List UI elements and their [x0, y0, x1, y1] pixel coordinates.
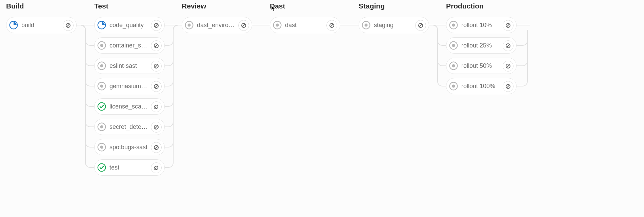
svg-line-22	[155, 126, 158, 129]
cancel-job-button[interactable]	[238, 20, 249, 31]
svg-line-39	[419, 24, 422, 27]
created-status-icon	[97, 41, 106, 50]
job-pill-test[interactable]: test	[94, 159, 165, 176]
job-pill-build[interactable]: build	[6, 17, 77, 33]
created-status-icon	[449, 21, 458, 29]
svg-point-49	[452, 64, 455, 67]
job-pill-rollout-100[interactable]: rollout 100%	[446, 78, 517, 94]
cancel-job-button[interactable]	[326, 20, 337, 31]
cancel-job-button[interactable]	[503, 40, 514, 51]
job-label: test	[109, 164, 119, 171]
cancel-icon	[329, 23, 335, 28]
svg-point-45	[452, 44, 455, 47]
cancel-job-button[interactable]	[151, 61, 162, 72]
cancel-job-button[interactable]	[151, 40, 162, 51]
job-label: license_scanning	[109, 103, 148, 110]
job-pill-dast[interactable]: dast	[270, 17, 340, 33]
cancel-icon	[505, 84, 511, 89]
svg-line-2	[67, 24, 69, 27]
job-label: rollout 25%	[461, 42, 492, 49]
svg-point-7	[100, 44, 103, 47]
svg-line-17	[155, 85, 158, 88]
created-status-icon	[362, 21, 370, 29]
svg-point-24	[100, 145, 103, 149]
svg-line-26	[155, 146, 158, 149]
cancel-job-button[interactable]	[151, 122, 162, 133]
cancel-job-button[interactable]	[151, 142, 162, 153]
cancel-icon	[154, 23, 159, 28]
job-pill-rollout-25[interactable]: rollout 25%	[446, 37, 517, 54]
stage-header-production: Production	[446, 2, 484, 10]
success-status-icon	[97, 163, 106, 172]
cancel-job-button[interactable]	[151, 20, 162, 31]
cancel-icon	[418, 23, 423, 28]
svg-point-15	[100, 84, 103, 87]
cancel-icon	[241, 23, 246, 28]
svg-point-41	[452, 23, 455, 26]
job-pill-gemnasium-maven[interactable]: gemnasium-ma...	[94, 78, 165, 94]
running-status-icon	[97, 21, 106, 29]
svg-point-33	[276, 23, 279, 26]
svg-line-35	[330, 24, 333, 27]
job-label: secret_detectio...	[109, 123, 148, 131]
job-pill-license_scanning[interactable]: license_scanning	[94, 98, 165, 115]
cancel-job-button[interactable]	[503, 61, 514, 72]
cancel-job-button[interactable]	[503, 20, 514, 31]
stage-header-staging: Staging	[359, 2, 385, 10]
job-pill-rollout-50[interactable]: rollout 50%	[446, 58, 517, 74]
job-label: eslint-sast	[109, 62, 137, 70]
svg-point-18	[98, 103, 106, 111]
job-label: spotbugs-sast	[109, 144, 147, 151]
job-label: staging	[374, 22, 394, 29]
cancel-job-button[interactable]	[503, 81, 514, 92]
svg-point-20	[100, 125, 103, 128]
created-status-icon	[97, 61, 106, 70]
stage-header-test: Test	[94, 2, 108, 10]
retry-job-button[interactable]	[151, 101, 162, 112]
created-status-icon	[449, 41, 458, 50]
cancel-job-button[interactable]	[151, 81, 162, 92]
created-status-icon	[97, 122, 106, 131]
job-pill-eslint-sast[interactable]: eslint-sast	[94, 58, 165, 74]
cancel-icon	[154, 43, 159, 48]
svg-line-31	[242, 24, 245, 27]
svg-point-11	[100, 64, 103, 67]
svg-point-37	[364, 23, 367, 26]
cancel-icon	[154, 124, 159, 130]
stage-header-dast: Dast	[270, 2, 285, 10]
created-status-icon	[97, 143, 106, 152]
svg-line-55	[507, 85, 509, 88]
retry-job-button[interactable]	[151, 162, 162, 173]
cancel-job-button[interactable]	[63, 20, 74, 31]
retry-icon	[154, 165, 159, 171]
job-label: gemnasium-ma...	[109, 83, 148, 90]
cancel-icon	[154, 145, 159, 150]
job-label: dast_environme...	[197, 22, 236, 29]
job-pill-container_scanning[interactable]: container_scan...	[94, 37, 165, 54]
svg-line-5	[155, 24, 158, 27]
cancel-icon	[505, 23, 511, 28]
svg-line-43	[507, 24, 509, 27]
job-pill-secret_detection[interactable]: secret_detectio...	[94, 119, 165, 135]
job-pill-code_quality[interactable]: code_quality	[94, 17, 165, 33]
job-label: rollout 100%	[461, 83, 495, 90]
job-pill-spotbugs-sast[interactable]: spotbugs-sast	[94, 139, 165, 155]
job-pill-dast_environment[interactable]: dast_environme...	[182, 17, 252, 33]
job-label: dast	[285, 22, 297, 29]
stage-header-build: Build	[6, 2, 24, 10]
job-pill-rollout-10[interactable]: rollout 10%	[446, 17, 517, 33]
created-status-icon	[449, 82, 458, 91]
stage-header-review: Review	[182, 2, 206, 10]
running-status-icon	[9, 21, 18, 29]
job-pill-staging[interactable]: staging	[359, 17, 429, 33]
job-label: container_scan...	[109, 42, 148, 49]
cancel-job-button[interactable]	[415, 20, 426, 31]
svg-line-9	[155, 44, 158, 47]
job-label: build	[21, 22, 34, 29]
cancel-icon	[65, 23, 71, 28]
created-status-icon	[185, 21, 194, 29]
cancel-icon	[154, 84, 159, 89]
created-status-icon	[449, 61, 458, 70]
created-status-icon	[97, 82, 106, 91]
svg-point-53	[452, 84, 455, 87]
